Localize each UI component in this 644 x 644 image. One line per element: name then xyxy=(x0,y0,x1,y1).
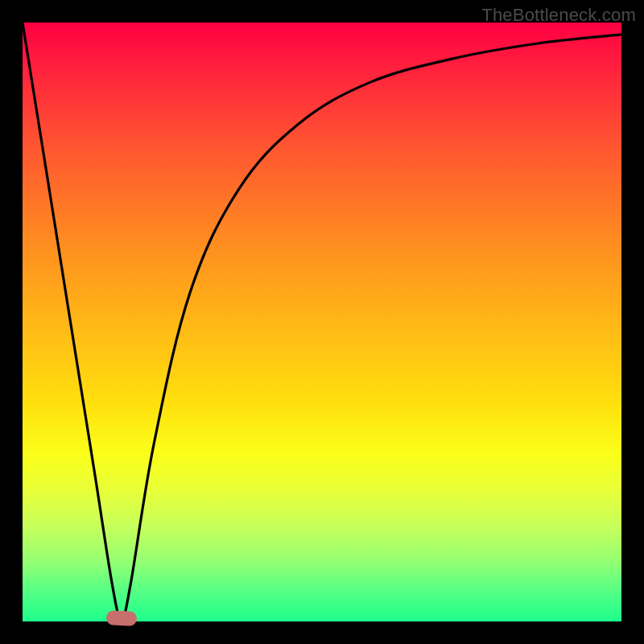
bottleneck-curve xyxy=(23,23,621,621)
watermark-text: TheBottleneck.com xyxy=(481,5,636,26)
chart-frame: TheBottleneck.com xyxy=(0,0,644,644)
curve-path xyxy=(23,23,621,618)
optimal-marker xyxy=(105,610,137,626)
plot-area xyxy=(23,23,621,621)
